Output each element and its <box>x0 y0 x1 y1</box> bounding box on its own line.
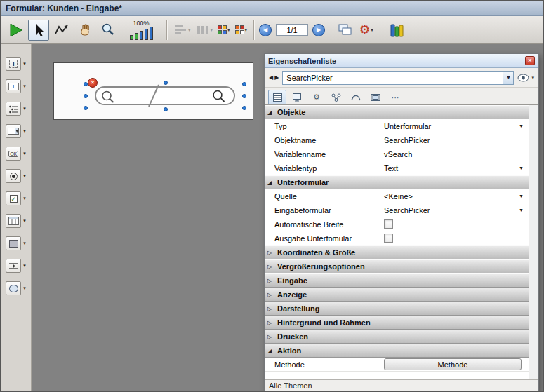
property-value-text[interactable]: Unterformular <box>384 122 431 130</box>
checkbox-tool[interactable]: ✓ ▾ <box>6 191 26 205</box>
selection-handle-top-right[interactable] <box>242 82 246 86</box>
splitter-tool[interactable]: ▾ <box>6 259 26 273</box>
section-header-eingabe[interactable]: ▷Eingabe <box>265 273 529 288</box>
zoom-bar-1[interactable] <box>130 35 133 40</box>
combo-arrow-icon[interactable]: ▼ <box>503 72 513 84</box>
menu-arrow-icon[interactable]: ▾ <box>371 27 373 33</box>
section-header-anzeige[interactable]: ▷Anzeige <box>265 288 529 302</box>
section-header-darstellung[interactable]: ▷Darstellung <box>265 302 529 316</box>
align-menu-button[interactable]: ▾ <box>172 24 192 36</box>
menu-arrow-icon[interactable]: ▾ <box>531 75 534 81</box>
section-header-vergrößerungsoptionen[interactable]: ▷Vergrößerungsoptionen <box>265 259 529 273</box>
hierarchical-list-tool[interactable]: ▾ <box>6 102 26 116</box>
zoom-bar-3[interactable] <box>140 31 143 40</box>
combo-box-tool[interactable]: ▾ <box>6 124 26 138</box>
menu-arrow-icon[interactable]: ▾ <box>23 128 26 134</box>
text-tool[interactable]: T ▾ <box>6 57 26 71</box>
tab-settings[interactable]: ⚙ <box>307 90 326 104</box>
dropdown-arrow-icon[interactable]: ▼ <box>519 194 529 198</box>
checkbox-ausgabe-unterfomular[interactable] <box>384 234 393 243</box>
zoom-bars-icon[interactable] <box>130 27 153 40</box>
object-selector-combobox[interactable]: SearchPicker ▼ <box>282 71 514 85</box>
entry-order-tool-button[interactable] <box>51 20 72 41</box>
property-value-text[interactable]: SearchPicker <box>384 206 430 215</box>
move-tool-button[interactable] <box>74 20 95 41</box>
property-list-titlebar[interactable]: Eigenschaftenliste × <box>265 54 538 68</box>
previous-object-button[interactable]: ◀ <box>269 74 273 81</box>
cascade-windows-button[interactable] <box>335 20 356 41</box>
menu-arrow-icon[interactable]: ▾ <box>227 27 230 33</box>
list-box-tool[interactable]: ▾ <box>6 214 26 228</box>
dropdown-arrow-icon[interactable]: ▼ <box>519 123 529 128</box>
menu-arrow-icon[interactable]: ▾ <box>23 61 26 67</box>
previous-page-button[interactable]: ◀ <box>259 24 272 36</box>
menu-arrow-icon[interactable]: ▾ <box>23 83 26 89</box>
menu-arrow-icon[interactable]: ▾ <box>23 173 26 179</box>
next-page-button[interactable]: ▶ <box>312 24 325 36</box>
fill-color-menu-button[interactable]: ▾ <box>216 25 232 34</box>
property-value-text[interactable]: <Keine> <box>384 192 413 201</box>
zoom-tool-button[interactable] <box>98 20 119 41</box>
tab-properties[interactable] <box>268 90 286 104</box>
menu-arrow-icon[interactable]: ▾ <box>23 263 26 269</box>
object-library-button[interactable] <box>386 20 407 41</box>
tab-objects[interactable] <box>327 90 345 104</box>
checkbox-automatische-breite[interactable] <box>384 219 393 229</box>
grid-color-menu-button[interactable]: ▾ <box>234 25 249 34</box>
selection-handle-middle-left[interactable] <box>84 94 88 98</box>
menu-arrow-icon[interactable]: ▾ <box>23 241 26 246</box>
zoom-bar-4[interactable] <box>145 29 148 40</box>
tab-form[interactable] <box>288 90 306 104</box>
property-value-text[interactable]: SearchPicker <box>384 136 430 144</box>
menu-arrow-icon[interactable]: ▾ <box>211 27 213 33</box>
dropdown-arrow-icon[interactable]: ▼ <box>519 208 529 212</box>
searchpicker-widget[interactable] <box>86 83 248 109</box>
section-header-aktion[interactable]: ◢Aktion <box>265 344 529 358</box>
selection-handle-bottom-right[interactable] <box>242 106 246 110</box>
dropdown-arrow-icon[interactable]: ▼ <box>519 165 529 170</box>
selection-handle-middle-right[interactable] <box>242 94 246 98</box>
zoom-bar-2[interactable] <box>135 33 138 40</box>
next-object-button[interactable]: ▶ <box>274 74 279 81</box>
zoom-level-widget[interactable]: 100% <box>122 20 160 40</box>
execute-form-button[interactable] <box>5 20 26 41</box>
method-button[interactable]: Methode <box>384 358 522 370</box>
pointer-tool-button[interactable] <box>28 20 49 41</box>
section-header-koordinaten-größe[interactable]: ▷Koordinaten & Größe <box>265 245 529 259</box>
section-header-hintergrund-und-rahmen[interactable]: ▷Hintergrund und Rahmen <box>265 316 529 330</box>
menu-arrow-icon[interactable]: ▾ <box>23 106 26 111</box>
menu-arrow-icon[interactable]: ▾ <box>23 196 26 201</box>
selection-handle-top-left[interactable] <box>84 82 88 86</box>
zoom-bar-5[interactable] <box>150 27 153 40</box>
view-options-menu[interactable]: ▾ <box>517 74 534 82</box>
section-header-drucken[interactable]: ▷Drucken <box>265 330 529 344</box>
section-header-objekte[interactable]: ◢Objekte <box>265 105 529 119</box>
oval-tool[interactable]: ▾ <box>6 281 26 295</box>
close-icon[interactable]: × <box>525 56 535 65</box>
menu-arrow-icon[interactable]: ▾ <box>23 285 26 291</box>
menu-arrow-icon[interactable]: ▾ <box>245 27 248 33</box>
distribute-menu-button[interactable]: ▾ <box>194 24 215 36</box>
property-grid-scrollbar[interactable] <box>529 105 538 379</box>
menu-arrow-icon[interactable]: ▾ <box>23 151 26 156</box>
field-tool[interactable]: I ▾ <box>6 79 26 93</box>
settings-menu-button[interactable]: ⚙ ▾ <box>358 24 375 36</box>
form-design-area[interactable]: × <box>53 62 253 120</box>
property-value-text[interactable]: Text <box>384 164 398 173</box>
radio-button-tool[interactable]: ▾ <box>6 169 26 183</box>
tab-more[interactable]: ··· <box>386 90 404 104</box>
button-tool[interactable]: OK ▾ <box>6 147 26 161</box>
tab-display[interactable] <box>366 90 385 104</box>
property-value-text[interactable]: vSearch <box>384 150 412 158</box>
selection-handle-bottom-left[interactable] <box>84 106 88 110</box>
section-header-unterformular[interactable]: ◢Unterformular <box>265 175 529 189</box>
menu-arrow-icon[interactable]: ▾ <box>23 218 26 224</box>
selection-handle-top-middle[interactable] <box>164 81 168 85</box>
menu-arrow-icon[interactable]: ▾ <box>188 27 191 33</box>
rectangle-tool[interactable]: ▾ <box>6 236 26 250</box>
selection-handle-bottom-middle[interactable] <box>164 107 168 111</box>
section-collapsed-icon: ▷ <box>267 334 274 340</box>
theme-filter-label[interactable]: Alle Themen <box>269 381 312 390</box>
window-titlebar[interactable]: Formular: Kunden - Eingabe* <box>1 1 543 16</box>
tab-curve[interactable] <box>347 90 365 104</box>
